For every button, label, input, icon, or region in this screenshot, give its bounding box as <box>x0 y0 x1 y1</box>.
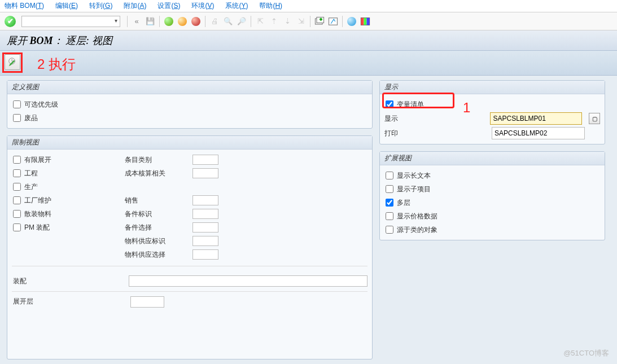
chk-plant-maint[interactable] <box>13 196 21 204</box>
page-title: 展开 BOM： 逐层: 视图 <box>7 35 112 46</box>
nav-cancel-icon[interactable] <box>190 16 202 27</box>
lbl-mat-prov-sel: 物料供应选择 <box>125 250 192 260</box>
nav-exit-icon[interactable] <box>177 16 188 27</box>
menu-system[interactable]: 系统(Y) <box>225 1 248 11</box>
svg-rect-4 <box>361 17 364 25</box>
separator <box>310 16 310 27</box>
chk-bulk[interactable] <box>13 210 21 218</box>
svg-rect-2 <box>329 17 338 25</box>
lbl-class-obj: 源于类的对象 <box>397 225 437 235</box>
lbl-engineering: 工程 <box>24 169 38 178</box>
panel-head: 扩展视图 <box>380 152 605 165</box>
lbl-priority: 可选优先级 <box>24 100 58 109</box>
menubar: 物料 BOM(T) 编辑(E) 转到(G) 附加(A) 设置(S) 环境(V) … <box>0 0 617 12</box>
chk-priority[interactable] <box>13 100 21 108</box>
separator <box>127 16 128 27</box>
help-icon[interactable] <box>346 16 357 27</box>
lbl-plant-maint: 工厂维护 <box>24 196 51 205</box>
menu-material-bom[interactable]: 物料 BOM(T) <box>5 1 44 11</box>
chk-pm-assembly[interactable] <box>13 223 21 231</box>
panel-head: 定义视图 <box>7 81 372 94</box>
application-toolbar: 2 执行 <box>0 51 617 76</box>
chk-class-obj[interactable] <box>386 226 393 234</box>
menu-environment[interactable]: 环境(V) <box>191 1 214 11</box>
menu-edit[interactable]: 编辑(E) <box>55 1 78 11</box>
inp-display-variant[interactable] <box>490 112 582 125</box>
svg-rect-5 <box>364 17 367 25</box>
lbl-sub-items: 显示子项目 <box>397 185 431 194</box>
save-icon: 💾 <box>145 16 156 27</box>
enter-button[interactable]: ✔ <box>5 16 16 27</box>
chk-price[interactable] <box>386 212 393 220</box>
lbl-production: 生产 <box>24 182 38 192</box>
menu-help[interactable]: 帮助(H) <box>259 1 282 11</box>
lbl-spare-ind: 备件标识 <box>125 209 192 219</box>
lbl-pm-assembly: PM 装配 <box>24 223 50 233</box>
separator <box>342 16 343 27</box>
inp-print-variant[interactable] <box>492 127 585 139</box>
lbl-mat-prov-ind: 物料供应标识 <box>125 236 192 246</box>
inp-item-category[interactable] <box>192 155 218 165</box>
back-icon[interactable]: « <box>131 16 142 27</box>
print-icon: 🖨 <box>209 16 220 27</box>
chk-limited[interactable] <box>13 156 21 164</box>
lbl-sales: 销售 <box>125 196 192 205</box>
inp-level[interactable] <box>130 296 164 308</box>
toolbar: ✔ « 💾 🖨 🔍 🔎 ⇱ ⇡ ⇣ ⇲ <box>0 12 617 30</box>
shortcut-icon[interactable] <box>327 16 339 27</box>
panel-restrict-view: 限制视图 有限展开 条目类别 工程 <box>7 135 373 359</box>
next-page-icon: ⇣ <box>282 16 293 27</box>
panel-define-view: 定义视图 可选优先级 废品 <box>7 80 373 129</box>
lbl-level: 展开层 <box>12 297 126 306</box>
panel-head: 限制视图 <box>7 136 372 150</box>
f4-help-button[interactable]: ▢ <box>589 113 600 124</box>
chk-sub-items[interactable] <box>386 185 393 193</box>
lbl-item-category: 条目类别 <box>125 155 192 165</box>
lbl-multi-level: 多层 <box>397 198 410 208</box>
lbl-limited: 有限展开 <box>24 155 51 165</box>
title-bar: 展开 BOM： 逐层: 视图 <box>0 30 617 51</box>
watermark: @51CTO博客 <box>563 348 609 358</box>
lbl-long-text: 显示长文本 <box>397 171 431 181</box>
lbl-assembly: 装配 <box>12 277 124 286</box>
svg-rect-6 <box>367 17 370 25</box>
annotation-box-execute <box>2 52 23 73</box>
separator <box>205 16 205 27</box>
separator <box>251 16 251 27</box>
separator <box>159 16 160 27</box>
inp-spare-sel[interactable] <box>192 222 218 233</box>
chk-multi-level[interactable] <box>386 199 393 207</box>
inp-mat-prov-sel[interactable] <box>192 249 218 260</box>
inp-assembly[interactable] <box>129 275 367 287</box>
menu-goto[interactable]: 转到(G) <box>89 1 112 11</box>
inp-mat-prov-ind[interactable] <box>192 236 218 246</box>
nav-back-icon[interactable] <box>163 16 174 27</box>
find-next-icon: 🔎 <box>236 16 247 27</box>
annotation-box-variant <box>382 93 454 108</box>
work-area: 定义视图 可选优先级 废品 限制视图 有限展开 <box>0 76 617 364</box>
lbl-costing: 成本核算相关 <box>125 169 192 178</box>
chk-scrap[interactable] <box>13 114 21 122</box>
inp-spare-ind[interactable] <box>192 209 218 219</box>
chk-production[interactable] <box>13 183 21 191</box>
prev-page-icon: ⇡ <box>268 16 279 27</box>
lbl-bulk: 散装物料 <box>24 209 51 219</box>
last-page-icon: ⇲ <box>295 16 307 27</box>
menu-extras[interactable]: 附加(A) <box>124 1 146 11</box>
new-session-icon[interactable] <box>314 16 325 27</box>
menu-settings[interactable]: 设置(S) <box>157 1 180 11</box>
panel-extend-view: 扩展视图 显示长文本 显示子项目 多层 显示价格数据 <box>379 151 605 240</box>
annotation-execute: 2 执行 <box>37 55 76 73</box>
inp-sales[interactable] <box>192 195 218 205</box>
layout-icon[interactable] <box>360 16 371 27</box>
chk-engineering[interactable] <box>13 169 21 177</box>
lbl-price: 显示价格数据 <box>397 212 437 221</box>
chk-long-text[interactable] <box>386 172 393 179</box>
command-field[interactable] <box>21 16 120 27</box>
annotation-one: 1 <box>463 100 470 116</box>
lbl-scrap: 废品 <box>24 113 38 123</box>
lbl-spare-sel: 备件选择 <box>125 223 192 233</box>
inp-costing[interactable] <box>192 168 218 178</box>
find-icon: 🔍 <box>222 16 234 27</box>
panel-display: 显示 变量清单 显示 ▢ 打印 <box>379 80 605 144</box>
